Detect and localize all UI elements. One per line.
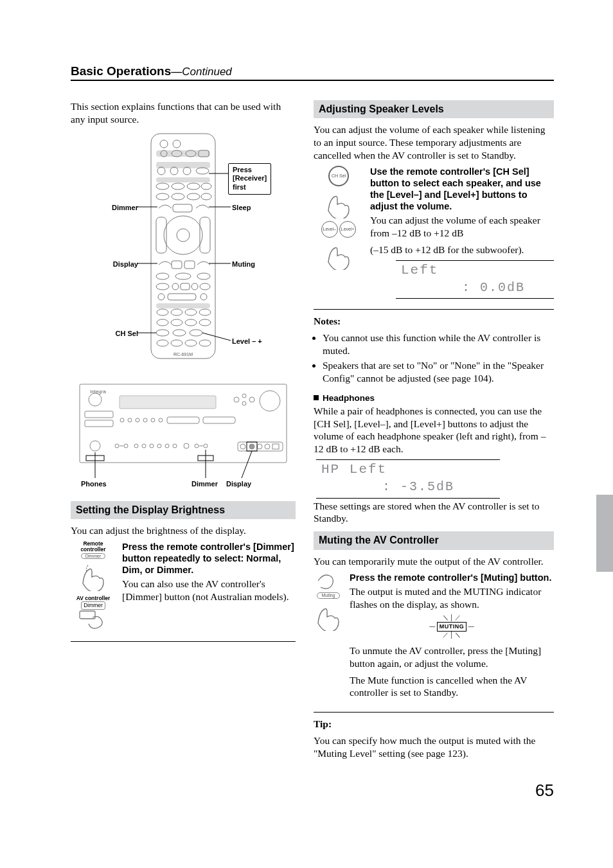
svg-point-78 — [159, 418, 163, 422]
svg-point-71 — [249, 397, 254, 402]
press-receiver-callout: Press[Receiver]first — [228, 163, 271, 195]
svg-point-17 — [201, 183, 211, 190]
svg-rect-28 — [184, 261, 195, 269]
lcd-line1: Left — [401, 262, 549, 279]
svg-point-76 — [143, 418, 147, 422]
svg-point-97 — [249, 444, 254, 449]
svg-point-54 — [185, 340, 197, 346]
svg-line-62 — [202, 333, 231, 341]
svg-rect-13 — [156, 177, 210, 182]
svg-rect-67 — [120, 396, 216, 409]
rc-label: Remote controller — [71, 541, 116, 553]
svg-point-64 — [89, 393, 102, 406]
svg-point-12 — [196, 168, 209, 174]
page: Basic Operations—Continued This section … — [0, 0, 613, 839]
chsel-button-icon: CH Sel — [328, 166, 349, 186]
svg-point-53 — [171, 340, 182, 346]
section-tab — [596, 495, 613, 572]
svg-point-19 — [172, 193, 184, 200]
svg-point-99 — [265, 444, 270, 449]
svg-point-98 — [257, 444, 262, 449]
levels-instruction-2: (–15 dB to +12 dB for the subwoofer). — [370, 244, 554, 256]
svg-point-46 — [171, 319, 182, 326]
panel-label-display: Display — [226, 479, 251, 488]
muting-step: Muting Press the remote controller's [Mu… — [314, 572, 554, 713]
levels-step: CH Sel Level– Level+ Use the remote cont… — [314, 166, 554, 310]
chapter-title: Basic Operations — [71, 64, 171, 78]
levels-instruction-bold: Use the remote controller's [CH Sel] but… — [370, 166, 554, 213]
intro-text: This section explains functions that can… — [71, 100, 296, 126]
svg-point-77 — [151, 418, 155, 422]
svg-point-92 — [195, 444, 199, 448]
note-2: Speakers that are set to "No" or "None" … — [323, 359, 554, 385]
svg-point-69 — [242, 394, 246, 398]
av-dimmer-button-icon: Dimmer — [81, 601, 105, 610]
hp-lcd-line2: : -3.5dB — [321, 479, 495, 495]
svg-rect-79 — [167, 417, 199, 423]
svg-point-52 — [157, 340, 168, 346]
level-minus-button-icon: Level– — [321, 221, 338, 238]
muting-pill-icon: Muting — [317, 592, 339, 599]
svg-point-55 — [199, 340, 211, 346]
svg-line-106 — [242, 451, 252, 478]
level-plus-button-icon: Level+ — [339, 221, 356, 238]
svg-point-74 — [128, 418, 132, 422]
panel-brand: Integra — [90, 389, 106, 394]
front-panel-figure: Integra Phones Dimmer Display — [77, 382, 289, 491]
brightness-icons: Remote controller Dimmer AV controller D… — [71, 541, 116, 632]
lcd-display-left: Left : 0.0dB — [396, 260, 554, 299]
svg-point-88 — [157, 444, 161, 448]
tip-body: You can specify how much the output is m… — [314, 734, 554, 760]
svg-point-31 — [197, 273, 210, 279]
panel-label-phones: Phones — [81, 479, 107, 488]
svg-rect-34 — [181, 283, 190, 290]
svg-rect-100 — [272, 444, 279, 449]
muting-instruction-rest: The output is muted and the MUTING indic… — [350, 585, 554, 611]
muting-indicator-text: MUTING — [437, 622, 467, 632]
svg-rect-65 — [85, 411, 113, 418]
svg-point-85 — [134, 444, 138, 448]
lcd-display-hp: HP Left : -3.5dB — [316, 459, 500, 498]
muting-instruction-bold: Press the remote controller's [Muting] b… — [350, 572, 554, 583]
svg-point-36 — [200, 283, 210, 290]
label-level: Level – + — [232, 337, 262, 346]
svg-point-96 — [240, 444, 245, 449]
svg-point-20 — [187, 193, 200, 200]
label-muting: Muting — [232, 260, 255, 269]
chapter-continued: —Continued — [171, 66, 232, 78]
svg-rect-3 — [156, 150, 210, 157]
svg-point-21 — [201, 193, 211, 200]
svg-point-68 — [234, 397, 239, 402]
sect1-lead: You can adjust the brightness of the dis… — [71, 524, 296, 537]
headphones-subhead: Headphones — [314, 393, 554, 403]
press-hand-icon — [79, 559, 107, 591]
svg-point-16 — [187, 183, 200, 190]
svg-rect-22 — [173, 204, 192, 212]
remote-controller-figure: RC-691M Press[Receiver]first Dimmer Slee… — [102, 132, 264, 371]
svg-point-2 — [173, 140, 181, 148]
levels-icons: CH Sel Level– Level+ — [314, 166, 364, 272]
svg-point-48 — [199, 319, 211, 326]
svg-point-73 — [120, 418, 124, 422]
muting-tail2: The Mute function is cancelled when the … — [350, 674, 554, 700]
svg-point-90 — [173, 444, 177, 448]
svg-point-70 — [242, 402, 246, 405]
brightness-instruction-bold: Press the remote controller's [Dimmer] b… — [122, 541, 296, 576]
svg-point-49 — [156, 330, 169, 336]
svg-point-91 — [184, 443, 189, 448]
svg-rect-38 — [168, 294, 196, 300]
svg-rect-26 — [200, 217, 210, 253]
muting-icons: Muting — [314, 572, 343, 632]
rc-dimmer-button-icon: Dimmer — [81, 553, 106, 560]
svg-point-24 — [177, 229, 190, 242]
sect3-lead: You can temporarily mute the output of t… — [314, 555, 554, 568]
svg-rect-40 — [156, 303, 210, 308]
svg-point-45 — [157, 319, 168, 326]
svg-point-75 — [136, 418, 139, 422]
svg-point-29 — [156, 273, 169, 279]
svg-point-94 — [204, 444, 208, 448]
note-1: You cannot use this function while the A… — [323, 332, 554, 357]
svg-point-18 — [156, 193, 169, 200]
lcd-line2: : 0.0dB — [401, 279, 549, 296]
panel-svg: Integra — [77, 382, 289, 491]
